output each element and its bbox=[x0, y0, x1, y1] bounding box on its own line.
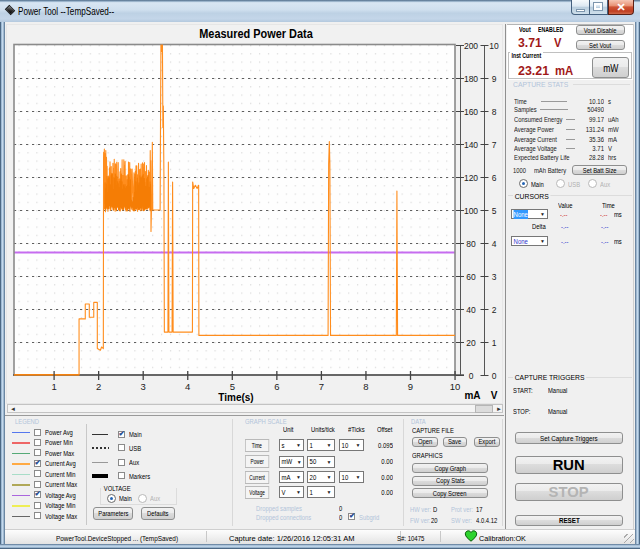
svg-text:3: 3 bbox=[141, 381, 146, 392]
svg-text:2: 2 bbox=[492, 305, 497, 315]
svg-text:1: 1 bbox=[492, 338, 497, 348]
svg-text:160: 160 bbox=[464, 107, 478, 117]
svg-text:20: 20 bbox=[466, 338, 476, 348]
svg-text:V: V bbox=[491, 390, 498, 401]
svg-text:9: 9 bbox=[492, 74, 497, 84]
svg-text:140: 140 bbox=[464, 140, 478, 150]
svg-text:80: 80 bbox=[466, 239, 476, 249]
svg-text:100: 100 bbox=[464, 206, 478, 216]
svg-text:7: 7 bbox=[319, 381, 324, 392]
svg-text:1: 1 bbox=[51, 381, 56, 392]
svg-text:4: 4 bbox=[492, 239, 497, 249]
svg-text:180: 180 bbox=[464, 74, 478, 84]
svg-text:3: 3 bbox=[492, 272, 497, 282]
svg-text:8: 8 bbox=[363, 381, 368, 392]
svg-text:5: 5 bbox=[492, 206, 497, 216]
svg-text:6: 6 bbox=[274, 381, 279, 392]
svg-text:8: 8 bbox=[492, 107, 497, 117]
svg-text:mA: mA bbox=[464, 390, 480, 401]
svg-text:0: 0 bbox=[492, 371, 497, 381]
svg-text:4: 4 bbox=[185, 381, 190, 392]
svg-text:10: 10 bbox=[450, 381, 461, 392]
svg-text:5: 5 bbox=[230, 381, 235, 392]
svg-text:200: 200 bbox=[464, 41, 478, 51]
svg-text:60: 60 bbox=[466, 272, 476, 282]
svg-text:7: 7 bbox=[492, 140, 497, 150]
svg-text:120: 120 bbox=[464, 173, 478, 183]
svg-text:10: 10 bbox=[489, 41, 499, 51]
svg-text:Time(s): Time(s) bbox=[218, 392, 253, 403]
svg-text:9: 9 bbox=[408, 381, 413, 392]
svg-text:6: 6 bbox=[492, 173, 497, 183]
svg-text:0: 0 bbox=[469, 371, 474, 381]
svg-text:2: 2 bbox=[96, 381, 101, 392]
svg-text:40: 40 bbox=[466, 305, 476, 315]
